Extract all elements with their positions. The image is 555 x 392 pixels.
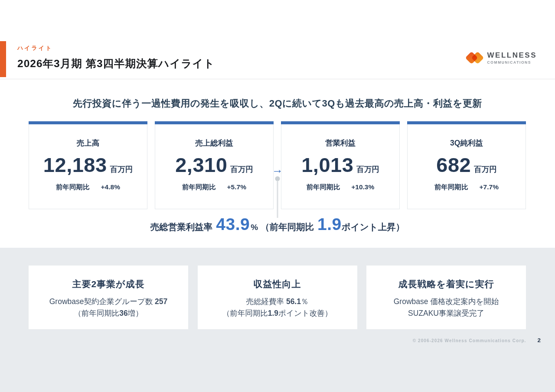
summary-line: 売総経費率 56.1％ [198,296,357,308]
summary-body: Growbase契約企業グループ数 257 （前年同期比36増） [29,296,188,319]
kpi-unit: 百万円 [356,165,379,174]
arrow-right-icon: → [272,164,283,175]
ratio-paren-close: ポイント上昇） [342,221,405,233]
ratio-paren-open: （前年同期比 [261,221,314,233]
kpi-label: 3Q純利益 [408,138,526,148]
kpi-card-sales: 売上高 12,183百万円 前年同期比+4.8% [29,121,147,209]
summary-line: Growbase契約企業グループ数 257 [29,296,188,308]
slide: ハイライト 2026年3月期 第3四半期決算ハイライト WELLNESS COM… [0,0,555,392]
kpi-label: 営業利益 [281,138,399,148]
kpi-value: 1,013 [301,153,353,176]
section-eyebrow: ハイライト [17,44,215,52]
summary-section: 主要2事業が成長 Growbase契約企業グループ数 257 （前年同期比36増… [0,248,555,392]
kpi-unit: 百万円 [230,165,253,174]
kpi-card-operating-profit: 営業利益 1,013百万円 前年同期比+10.3% [281,121,400,209]
footer: © 2006-2026 Wellness Communications Corp… [413,337,541,343]
kpi-yoy-label: 前年同期比 [434,183,468,191]
kpi-yoy-value: +5.7% [227,183,246,191]
kpi-yoy-value: +7.7% [480,183,499,191]
kpi-yoy: 前年同期比+5.7% [155,183,273,192]
summary-line: Growbase 価格改定案内を開始 [366,296,526,308]
kpi-yoy: 前年同期比+4.8% [29,183,147,192]
kpi-value-line: 1,013百万円 [281,153,399,177]
logo-mark-icon [467,51,484,65]
kpi-unit: 百万円 [474,165,497,174]
summary-line: （前年同期比1.9ポイント改善） [198,308,357,319]
connector-line [277,181,278,218]
kpi-body: 3Q純利益 682百万円 前年同期比+7.7% [407,124,526,209]
summary-body: Growbase 価格改定案内を開始 SUZAKU事業譲受完了 [366,296,526,319]
page-title: 2026年3月期 第3四半期決算ハイライト [17,56,215,71]
summary-title: 収益性向上 [198,278,357,290]
kpi-yoy-label: 前年同期比 [307,183,340,191]
summary-row: 主要2事業が成長 Growbase契約企業グループ数 257 （前年同期比36増… [29,266,526,329]
ratio-percent-sign: % [251,223,258,232]
header-text: ハイライト 2026年3月期 第3四半期決算ハイライト [17,44,215,71]
profit-ratio-line: 売総営業利益率 43.9 % （前年同期比 1.9 ポイント上昇） [0,215,555,234]
kpi-yoy: 前年同期比+7.7% [408,183,526,192]
ratio-value: 43.9 [216,215,250,234]
summary-line: （前年同期比36増） [29,308,188,319]
kpi-card-gross-profit: 売上総利益 2,310百万円 前年同期比+5.7% [155,121,274,209]
kpi-body: 営業利益 1,013百万円 前年同期比+10.3% [281,124,400,209]
logo-subtitle: COMMUNICATIONS [487,60,537,65]
kpi-topbar [155,121,274,124]
kpi-value-line: 12,183百万円 [29,153,147,177]
kpi-yoy-value: +4.8% [101,183,120,191]
kpi-topbar [407,121,526,124]
copyright-text: © 2006-2026 Wellness Communications Corp… [413,338,526,343]
kpi-label: 売上総利益 [155,138,273,148]
kpi-value-line: 2,310百万円 [155,153,273,177]
page-number: 2 [537,337,541,343]
kpi-value-line: 682百万円 [408,153,526,177]
summary-title: 成長戦略を着実に実行 [366,278,526,290]
summary-line: SUZAKU事業譲受完了 [366,308,526,319]
kpi-value: 2,310 [175,153,227,176]
kpi-body: 売上高 12,183百万円 前年同期比+4.8% [29,124,147,209]
summary-body: 売総経費率 56.1％ （前年同期比1.9ポイント改善） [198,296,357,319]
kpi-value: 682 [436,153,471,176]
kpi-label: 売上高 [29,138,147,148]
kpi-yoy: 前年同期比+10.3% [281,183,399,192]
summary-card-business-growth: 主要2事業が成長 Growbase契約企業グループ数 257 （前年同期比36増… [29,266,188,329]
kpi-yoy-label: 前年同期比 [182,183,216,191]
headline: 先行投資に伴う一過性費用の発生を吸収し、2Qに続いて3Qも過去最高の売上高・利益… [0,97,555,110]
kpi-topbar [29,121,147,124]
kpi-body: 売上総利益 2,310百万円 前年同期比+5.7% [155,124,274,209]
kpi-value: 12,183 [43,153,107,176]
summary-card-growth-strategy: 成長戦略を着実に実行 Growbase 価格改定案内を開始 SUZAKU事業譲受… [366,266,526,329]
summary-title: 主要2事業が成長 [29,278,188,290]
header: ハイライト 2026年3月期 第3四半期決算ハイライト WELLNESS COM… [0,41,555,79]
logo-name: WELLNESS [487,52,537,59]
kpi-yoy-label: 前年同期比 [56,183,90,191]
ratio-prefix: 売総営業利益率 [150,221,213,233]
kpi-unit: 百万円 [110,165,133,174]
logo-text: WELLNESS COMMUNICATIONS [487,52,537,65]
ratio-delta-value: 1.9 [317,215,342,234]
kpi-topbar [281,121,400,124]
kpi-card-net-profit: 3Q純利益 682百万円 前年同期比+7.7% [407,121,526,209]
summary-card-profitability: 収益性向上 売総経費率 56.1％ （前年同期比1.9ポイント改善） [198,266,357,329]
header-accent-bar [0,41,6,77]
company-logo: WELLNESS COMMUNICATIONS [467,51,537,65]
kpi-yoy-value: +10.3% [351,183,374,191]
kpi-row: 売上高 12,183百万円 前年同期比+4.8% 売上総利益 2,310百万円 … [29,121,526,209]
